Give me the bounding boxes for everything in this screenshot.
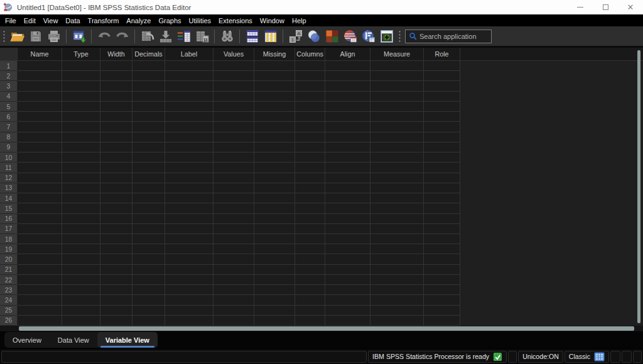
grid-cell[interactable] — [424, 92, 460, 102]
grid-cell[interactable] — [213, 183, 254, 193]
menu-graphs[interactable]: Graphs — [154, 17, 185, 24]
grid-cell[interactable] — [325, 203, 370, 213]
recall-dialogs-button[interactable] — [70, 28, 87, 45]
grid-cell[interactable] — [325, 214, 370, 224]
grid-cell[interactable] — [165, 102, 213, 112]
grid-cell[interactable] — [165, 214, 213, 224]
grid-cell[interactable] — [295, 183, 325, 193]
grid-cell[interactable] — [325, 306, 370, 316]
grid-cell[interactable] — [165, 163, 213, 173]
grid-cell[interactable] — [132, 163, 165, 173]
grid-cell[interactable] — [132, 61, 165, 71]
grid-cell[interactable] — [165, 193, 213, 203]
grid-cell[interactable] — [165, 81, 213, 91]
grid-cell[interactable] — [370, 316, 424, 326]
grid-cell[interactable] — [370, 132, 424, 142]
row-header[interactable]: 9 — [0, 142, 18, 153]
grid-cell[interactable] — [254, 244, 295, 254]
column-header-width[interactable]: Width — [100, 48, 132, 61]
grid-cell[interactable] — [295, 203, 325, 213]
grid-cell[interactable] — [100, 244, 132, 254]
grid-cell[interactable] — [254, 285, 295, 295]
row-header[interactable]: 12 — [0, 173, 18, 183]
grid-cell[interactable] — [100, 203, 132, 213]
column-header-decimals[interactable]: Decimals — [132, 48, 165, 61]
grid-cell[interactable] — [100, 112, 132, 122]
grid-cell[interactable] — [325, 102, 370, 112]
grid-cell[interactable] — [18, 193, 62, 203]
grid-cell[interactable] — [424, 203, 460, 213]
grid-cell[interactable] — [325, 81, 370, 91]
grid-cell[interactable] — [325, 224, 370, 234]
grid-cell[interactable] — [213, 316, 254, 326]
grid-cell[interactable] — [213, 203, 254, 213]
grid-cell[interactable] — [62, 183, 100, 193]
grid-cell[interactable] — [213, 153, 254, 163]
grid-cell[interactable] — [100, 193, 132, 203]
new-window-plus-button[interactable] — [378, 28, 395, 45]
menu-file[interactable]: File — [1, 17, 20, 24]
select-all-corner[interactable] — [0, 48, 18, 61]
grid-cell[interactable] — [18, 183, 62, 193]
grid-cell[interactable] — [295, 61, 325, 71]
grid-cell[interactable] — [295, 306, 325, 316]
grid-cell[interactable] — [62, 316, 100, 326]
grid-cell[interactable] — [62, 193, 100, 203]
grid-cell[interactable] — [165, 234, 213, 244]
grid-cell[interactable] — [18, 295, 62, 305]
grid-cell[interactable] — [18, 214, 62, 224]
grid-cell[interactable] — [295, 163, 325, 173]
grid-cell[interactable] — [62, 92, 100, 102]
grid-cell[interactable] — [100, 316, 132, 326]
row-header[interactable]: 7 — [0, 122, 18, 132]
grid-cell[interactable] — [132, 71, 165, 81]
grid-cell[interactable] — [18, 306, 62, 316]
grid-cell[interactable] — [254, 122, 295, 132]
grid-cell[interactable] — [18, 285, 62, 295]
grid-cell[interactable] — [165, 203, 213, 213]
grid-cell[interactable] — [18, 153, 62, 163]
grid-cell[interactable] — [18, 203, 62, 213]
grid-cell[interactable] — [424, 295, 460, 305]
grid-cell[interactable] — [370, 183, 424, 193]
menu-window[interactable]: Window — [256, 17, 288, 24]
insert-variable-button[interactable] — [262, 28, 279, 45]
grid-cell[interactable] — [254, 265, 295, 275]
grid-cell[interactable] — [18, 102, 62, 112]
grid-cell[interactable] — [424, 71, 460, 81]
grid-cell[interactable] — [213, 265, 254, 275]
grid-cell[interactable] — [165, 183, 213, 193]
grid-cell[interactable] — [295, 102, 325, 112]
grid-cell[interactable] — [18, 92, 62, 102]
menu-edit[interactable]: Edit — [20, 17, 40, 24]
grid-cell[interactable] — [18, 173, 62, 183]
grid-cell[interactable] — [100, 173, 132, 183]
grid-cell[interactable] — [165, 112, 213, 122]
grid-cell[interactable] — [165, 306, 213, 316]
grid-cell[interactable] — [213, 224, 254, 234]
grid-cell[interactable] — [370, 265, 424, 275]
grid-cell[interactable] — [295, 92, 325, 102]
grid-cell[interactable] — [18, 163, 62, 173]
grid-cell[interactable] — [165, 61, 213, 71]
grid-cell[interactable] — [213, 214, 254, 224]
grid-cell[interactable] — [132, 122, 165, 132]
grid-cell[interactable] — [424, 193, 460, 203]
grid-cell[interactable] — [100, 285, 132, 295]
grid-cell[interactable] — [132, 275, 165, 285]
grid-cell[interactable] — [325, 132, 370, 142]
column-header-values[interactable]: Values — [213, 48, 254, 61]
row-header[interactable]: 19 — [0, 244, 18, 254]
grid-cell[interactable] — [254, 71, 295, 81]
grid-cell[interactable] — [100, 214, 132, 224]
grid-cell[interactable] — [295, 265, 325, 275]
grid-cell[interactable] — [424, 224, 460, 234]
column-header-align[interactable]: Align — [325, 48, 370, 61]
grid-cell[interactable] — [213, 132, 254, 142]
grid-cell[interactable] — [254, 81, 295, 91]
row-header[interactable]: 2 — [0, 71, 18, 81]
grid-cell[interactable] — [18, 244, 62, 254]
grid-cell[interactable] — [254, 193, 295, 203]
grid-cell[interactable] — [424, 254, 460, 264]
column-header-type[interactable]: Type — [62, 48, 100, 61]
